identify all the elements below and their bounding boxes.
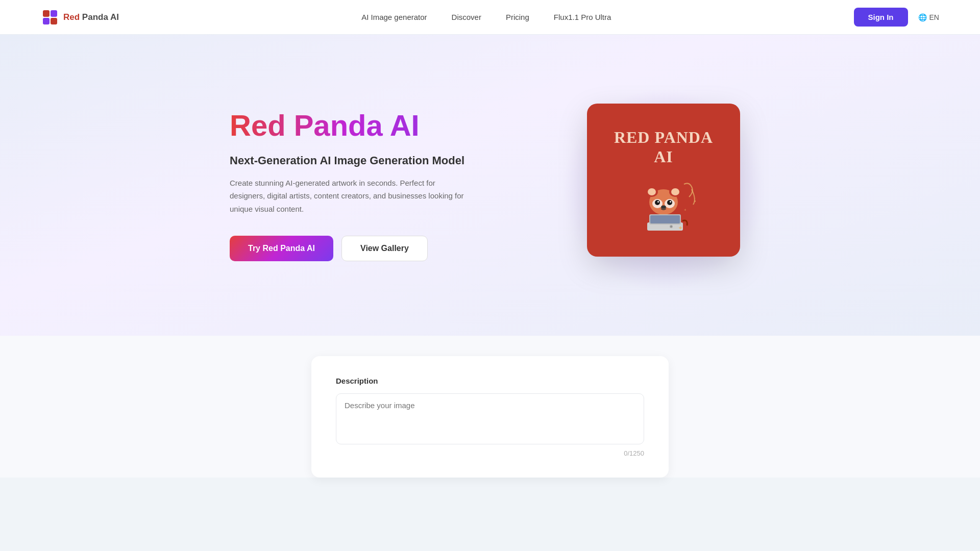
panda-illustration: ✦ + ● bbox=[623, 171, 704, 233]
hero-image-text: RED PANDA AI bbox=[614, 128, 713, 167]
svg-point-14 bbox=[657, 201, 659, 203]
language-selector[interactable]: 🌐 EN bbox=[918, 13, 939, 21]
nav-pricing[interactable]: Pricing bbox=[506, 13, 529, 21]
description-card: Description 0/1250 bbox=[311, 356, 669, 478]
navbar-links: AI Image generator Discover Pricing Flux… bbox=[361, 13, 611, 21]
svg-rect-3 bbox=[51, 18, 57, 24]
svg-point-9 bbox=[671, 188, 679, 195]
navbar: Red Panda AI AI Image generator Discover… bbox=[0, 0, 980, 35]
hero-subtitle: Next-Generation AI Image Generation Mode… bbox=[230, 154, 516, 168]
hero-image-card: RED PANDA AI bbox=[587, 104, 740, 257]
hero-content: Red Panda AI Next-Generation AI Image Ge… bbox=[184, 93, 796, 277]
nav-discover[interactable]: Discover bbox=[452, 13, 481, 21]
svg-point-16 bbox=[661, 206, 666, 209]
try-red-panda-button[interactable]: Try Red Panda AI bbox=[230, 236, 333, 261]
navbar-logo-area[interactable]: Red Panda AI bbox=[41, 8, 119, 27]
nav-flux-pro[interactable]: Flux1.1 Pro Ultra bbox=[554, 13, 611, 21]
svg-rect-0 bbox=[43, 10, 50, 17]
svg-point-15 bbox=[670, 201, 671, 203]
svg-point-12 bbox=[655, 200, 660, 205]
hero-left: Red Panda AI Next-Generation AI Image Ge… bbox=[230, 109, 516, 262]
hero-description: Create stunning AI-generated artwork in … bbox=[230, 177, 464, 216]
description-section: Description 0/1250 bbox=[0, 336, 980, 478]
language-label: EN bbox=[929, 13, 939, 21]
svg-rect-19 bbox=[650, 215, 680, 223]
svg-text:●: ● bbox=[694, 199, 696, 203]
hero-right: RED PANDA AI bbox=[577, 93, 750, 277]
navbar-actions: Sign In 🌐 EN bbox=[854, 8, 939, 27]
char-count: 0/1250 bbox=[336, 449, 644, 457]
svg-point-8 bbox=[648, 188, 656, 195]
view-gallery-button[interactable]: View Gallery bbox=[341, 236, 428, 261]
hero-title: Red Panda AI bbox=[230, 109, 516, 142]
hero-buttons: Try Red Panda AI View Gallery bbox=[230, 236, 516, 261]
hero-image-wrapper: RED PANDA AI bbox=[577, 104, 750, 277]
language-icon: 🌐 bbox=[918, 13, 927, 21]
svg-point-21 bbox=[671, 226, 672, 228]
logo-text: Red Panda AI bbox=[63, 12, 119, 22]
description-label: Description bbox=[336, 377, 644, 385]
svg-point-13 bbox=[667, 200, 672, 205]
svg-rect-1 bbox=[51, 10, 57, 17]
nav-ai-image-generator[interactable]: AI Image generator bbox=[361, 13, 427, 21]
hero-section: Red Panda AI Next-Generation AI Image Ge… bbox=[0, 35, 980, 336]
description-textarea[interactable] bbox=[336, 393, 644, 444]
svg-text:+: + bbox=[684, 208, 687, 212]
logo-icon bbox=[41, 8, 59, 27]
svg-text:✦: ✦ bbox=[678, 224, 683, 232]
sign-in-button[interactable]: Sign In bbox=[854, 8, 908, 27]
hero-image-inner: RED PANDA AI bbox=[587, 104, 740, 257]
svg-rect-2 bbox=[43, 18, 50, 24]
